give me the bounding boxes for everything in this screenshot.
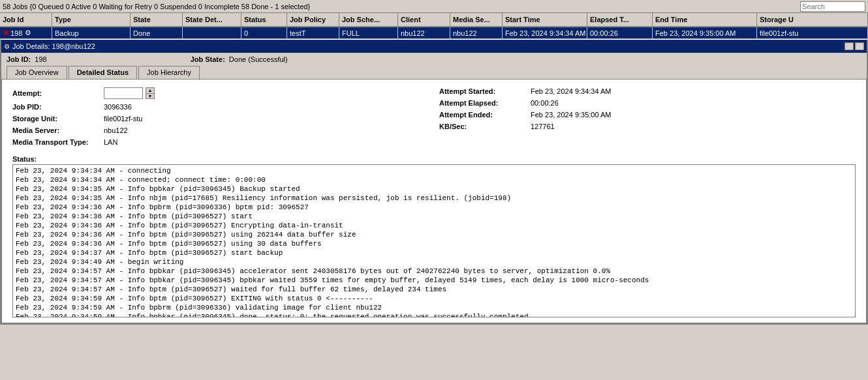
col-elapsed-t: Elapsed T...: [587, 13, 653, 26]
log-line: Feb 23, 2024 9:34:35 AM - Info nbjm (pid…: [16, 194, 852, 203]
attempt-elapsed-label: Attempt Elapsed:: [439, 99, 531, 107]
job-details-panel: ⚙ Job Details: 198@nbu122 − □ Job ID: 19…: [0, 39, 868, 325]
table-row[interactable]: ✕ 198 ⚙ Backup Done 0 testT FULL nbu122 …: [0, 27, 868, 39]
job-pid-value: 3096336: [104, 103, 132, 111]
table-header: Job Id Type State State Det... Status Jo…: [0, 13, 868, 27]
attempt-ended-row: Attempt Ended: Feb 23, 2024 9:35:00 AM: [439, 111, 856, 119]
media-transport-value: LAN: [104, 138, 117, 146]
job-details-icon: ⚙: [4, 43, 10, 50]
attempt-elapsed-row: Attempt Elapsed: 00:00:26: [439, 99, 856, 107]
cell-job-sche: FULL: [339, 27, 398, 38]
log-line: Feb 23, 2024 9:34:59 AM - Info bpbrm (pi…: [16, 303, 852, 312]
status-section: Status: Feb 23, 2024 9:34:34 AM - connec…: [7, 153, 861, 317]
cell-job-policy: testT: [287, 27, 339, 38]
search-input[interactable]: [800, 1, 865, 12]
attempt-ended-label: Attempt Ended:: [439, 111, 531, 119]
job-state-value: Done (Successful): [229, 55, 288, 63]
log-line: Feb 23, 2024 9:34:57 AM - Info bpbkar (p…: [16, 276, 852, 285]
col-state-det: State Det...: [183, 13, 241, 26]
cell-elapsed-t: 00:00:26: [587, 27, 653, 38]
cell-status: 0: [241, 27, 287, 38]
job-pid-row: Job PID: 3096336: [12, 103, 429, 111]
attempt-elapsed-value: 00:00:26: [531, 99, 559, 107]
col-status: Status: [241, 13, 287, 26]
kbsec-label: KB/Sec:: [439, 123, 531, 130]
storage-unit-label: Storage Unit:: [12, 115, 104, 123]
cell-type: Backup: [52, 27, 131, 38]
log-line: Feb 23, 2024 9:34:35 AM - Info bpbkar (p…: [16, 184, 852, 194]
attempt-container: ▲ ▼: [104, 87, 155, 99]
attempt-started-label: Attempt Started:: [439, 87, 531, 95]
tab-detailed-status[interactable]: Detailed Status: [69, 66, 137, 79]
cell-job-id-value: 198: [10, 29, 22, 37]
attempt-label: Attempt:: [12, 89, 104, 97]
cell-state-det: [183, 27, 241, 38]
media-server-label: Media Server:: [12, 126, 104, 134]
col-client: Client: [398, 13, 450, 26]
job-meta: Job ID: 198 Job State: Done (Successful): [1, 53, 867, 66]
kbsec-row: KB/Sec: 127761: [439, 123, 856, 130]
media-server-value: nbu122: [104, 126, 128, 134]
status-label: Status:: [12, 155, 856, 163]
attempt-started-value: Feb 23, 2024 9:34:34 AM: [531, 87, 612, 95]
job-id-value: 198: [35, 55, 46, 63]
col-storage-u: Storage U: [757, 13, 868, 26]
tab-job-hierarchy[interactable]: Job Hierarchy: [138, 66, 200, 79]
details-right: Attempt Started: Feb 23, 2024 9:34:34 AM…: [434, 85, 861, 153]
job-details-title: Job Details: 198@nbu122: [12, 42, 95, 50]
log-line: Feb 23, 2024 9:34:36 AM - Info bptm (pid…: [16, 239, 852, 248]
cell-client: nbu122: [398, 27, 450, 38]
media-transport-row: Media Transport Type: LAN: [12, 138, 429, 146]
tab-job-overview[interactable]: Job Overview: [7, 66, 67, 79]
attempt-row: Attempt: ▲ ▼: [12, 87, 429, 99]
media-server-row: Media Server: nbu122: [12, 126, 429, 134]
kbsec-value: 127761: [531, 123, 555, 130]
spinner-up-button[interactable]: ▲: [146, 88, 154, 94]
job-state-meta: Job State: Done (Successful): [191, 55, 288, 63]
cell-media-se: nbu122: [450, 27, 503, 38]
cell-job-id: ✕ 198 ⚙: [0, 27, 52, 38]
spinner-down-button[interactable]: ▼: [146, 94, 154, 99]
log-line: Feb 23, 2024 9:34:57 AM - Info bpbkar (p…: [16, 267, 852, 276]
attempt-ended-value: Feb 23, 2024 9:35:00 AM: [531, 111, 612, 119]
gear-icon: ⚙: [25, 29, 31, 37]
job-state-label: Job State:: [191, 55, 225, 63]
log-line: Feb 23, 2024 9:34:59 AM - Info bpbkar (p…: [16, 312, 852, 317]
cell-storage-u: file001zf-stu: [757, 27, 868, 38]
attempt-spinner: ▲ ▼: [146, 87, 155, 99]
col-type: Type: [52, 13, 131, 26]
attempt-input[interactable]: [104, 87, 143, 99]
col-start-time: Start Time: [503, 13, 587, 26]
job-id-label: Job ID:: [7, 55, 31, 63]
log-line: Feb 23, 2024 9:34:36 AM - Info bpbrm (pi…: [16, 203, 852, 212]
cell-state: Done: [131, 27, 183, 38]
x-icon: ✕: [3, 29, 9, 38]
job-details-titlebar: ⚙ Job Details: 198@nbu122 − □: [1, 40, 867, 53]
minimize-button[interactable]: −: [845, 42, 854, 50]
cell-start-time: Feb 23, 2024 9:34:34 AM: [503, 27, 587, 38]
log-line: Feb 23, 2024 9:34:59 AM - Info bptm (pid…: [16, 294, 852, 303]
job-id-meta: Job ID: 198: [7, 55, 47, 63]
col-media-se: Media Se...: [450, 13, 503, 26]
media-transport-label: Media Transport Type:: [12, 138, 104, 146]
log-line: Feb 23, 2024 9:34:36 AM - Info bptm (pid…: [16, 221, 852, 230]
storage-unit-row: Storage Unit: file001zf-stu: [12, 115, 429, 123]
tabs-container: Job Overview Detailed Status Job Hierarc…: [1, 66, 867, 79]
col-job-id: Job Id: [0, 13, 52, 26]
log-line: Feb 23, 2024 9:34:37 AM - Info bptm (pid…: [16, 248, 852, 257]
col-job-sche: Job Sche...: [339, 13, 398, 26]
log-line: Feb 23, 2024 9:34:57 AM - Info bptm (pid…: [16, 285, 852, 294]
log-line: Feb 23, 2024 9:34:49 AM - begin writing: [16, 257, 852, 267]
col-state: State: [131, 13, 183, 26]
col-job-policy: Job Policy: [287, 13, 339, 26]
status-log[interactable]: Feb 23, 2024 9:34:34 AM - connectingFeb …: [12, 164, 856, 317]
cell-end-time: Feb 23, 2024 9:35:00 AM: [653, 27, 757, 38]
maximize-button[interactable]: □: [855, 42, 864, 50]
storage-unit-value: file001zf-stu: [104, 115, 142, 123]
log-line: Feb 23, 2024 9:34:34 AM - connecting: [16, 166, 852, 175]
log-line: Feb 23, 2024 9:34:36 AM - Info bptm (pid…: [16, 230, 852, 239]
log-line: Feb 23, 2024 9:34:36 AM - Info bptm (pid…: [16, 212, 852, 221]
attempt-started-row: Attempt Started: Feb 23, 2024 9:34:34 AM: [439, 87, 856, 95]
titlebar-controls: − □: [845, 42, 864, 50]
details-left: Attempt: ▲ ▼ Job PID: 3096336 Storage Un…: [7, 85, 434, 153]
